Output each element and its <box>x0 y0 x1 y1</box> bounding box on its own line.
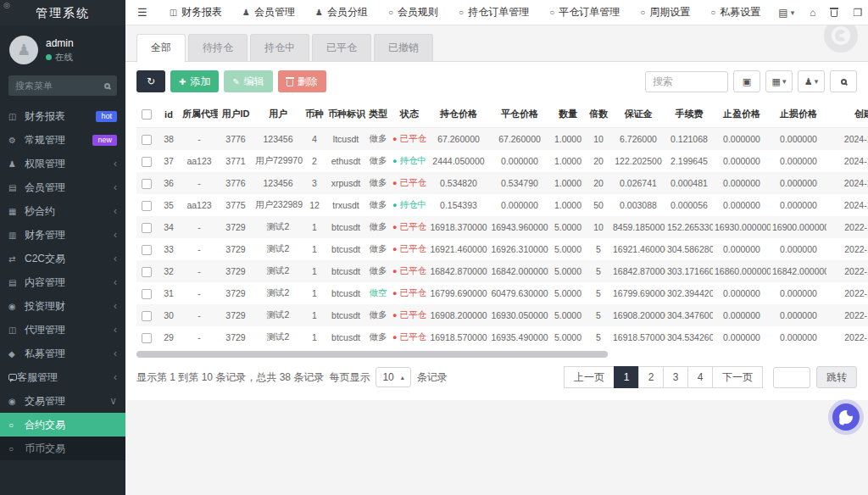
refresh-button[interactable]: ↻ <box>136 70 165 92</box>
row-checkbox[interactable] <box>142 267 152 277</box>
sidebar-item-代理管理[interactable]: ◫代理管理‹ <box>0 318 125 342</box>
topbar-tool-home-icon[interactable]: ⌂ <box>802 0 823 25</box>
nav-item-持仓订单管理[interactable]: ○持仓订单管理 <box>448 0 539 25</box>
cell-用户ID: 3776 <box>218 172 253 194</box>
row-checkbox[interactable] <box>142 201 152 211</box>
row-checkbox[interactable] <box>142 157 152 167</box>
cell-创建时间: 2024-10-07 02 <box>826 128 868 151</box>
tab-已平仓[interactable]: 已平仓 <box>312 34 371 61</box>
table-row[interactable]: 31-3729测试21btcusdt做空●已平仓16799.6900006047… <box>136 282 868 304</box>
page-button-3[interactable]: 3 <box>663 366 688 388</box>
add-button[interactable]: ✚ 添加 <box>170 70 219 92</box>
jump-page-input[interactable] <box>773 367 810 388</box>
sidebar-item-财务报表[interactable]: ◫财务报表hot <box>0 104 125 128</box>
cell-止损价格: 0.000000 <box>771 194 826 216</box>
cell-用户: 测试2 <box>253 260 303 282</box>
cell-止盈价格: 0.000000 <box>713 238 771 260</box>
delete-button[interactable]: 删除 <box>278 70 326 92</box>
plus-icon: ✚ <box>179 77 186 86</box>
page-button-2[interactable]: 2 <box>638 366 664 388</box>
edit-button[interactable]: ✎ 编辑 <box>224 70 272 92</box>
pagination-toggle-button[interactable]: ▣ <box>733 70 760 92</box>
nav-item-私募设置[interactable]: ○私募设置 <box>700 0 771 25</box>
table-row[interactable]: 29-3729测试21btcusdt做多●已平仓16918.5700001693… <box>136 326 868 348</box>
col-header-数量: 数量 <box>550 101 586 128</box>
table-row[interactable]: 38-37761234564ltcusdt做多●已平仓67.26000067.2… <box>136 128 868 151</box>
columns-button[interactable]: ▦▾ <box>765 70 793 92</box>
hamburger-menu-icon[interactable]: ☰ <box>125 6 159 19</box>
nav-item-周期设置[interactable]: ○周期设置 <box>630 0 700 25</box>
nav-item-label: 持仓订单管理 <box>468 5 529 19</box>
row-select-cell <box>136 326 157 348</box>
row-checkbox[interactable] <box>142 135 152 145</box>
table-row[interactable]: 34-3729测试21btcusdt做多●已平仓16918.3700001694… <box>136 216 868 238</box>
jump-button[interactable]: 跳转 <box>816 366 857 388</box>
topbar-tool-copy-icon[interactable]: ❐ <box>845 0 868 25</box>
status-badge: ●已平仓 <box>392 221 426 231</box>
nav-item-财务报表[interactable]: ◫财务报表 <box>159 0 232 25</box>
status-label: 已平仓 <box>399 221 426 231</box>
table-row[interactable]: 37aa1233771用户72997032ethusdt做多●持仓中2444.0… <box>136 150 868 172</box>
cell-手续费: 303.171660 <box>665 260 713 282</box>
next-page-button[interactable]: 下一页 <box>712 366 763 388</box>
table-search-input[interactable] <box>645 71 728 92</box>
sidebar-item-投资理财[interactable]: ◉投资理财‹ <box>0 294 125 318</box>
cell-手续费: 2.199645 <box>665 150 713 172</box>
nav-item-会员分组[interactable]: ♟会员分组 <box>305 0 378 25</box>
search-icon[interactable] <box>104 83 110 89</box>
row-checkbox[interactable] <box>142 245 152 255</box>
sidebar-item-财务管理[interactable]: ▥财务管理‹ <box>0 223 125 247</box>
status-label: 已平仓 <box>399 133 426 143</box>
col-header-持仓价格: 持仓价格 <box>428 101 489 128</box>
page-size-select[interactable]: 10 ▴ <box>376 367 410 387</box>
exchange-icon: ⇄ <box>8 254 25 264</box>
sidebar-item-权限管理[interactable]: ♟权限管理‹ <box>0 152 125 175</box>
cell-创建时间: 2024-10-07 01 <box>826 172 868 194</box>
sidebar-item-客服管理[interactable]: 客服管理‹ <box>0 365 125 389</box>
sidebar-subitem-合约交易[interactable]: ○合约交易 <box>0 413 125 437</box>
page-button-4[interactable]: 4 <box>687 366 713 388</box>
tab-持仓中[interactable]: 持仓中 <box>250 34 309 61</box>
topbar-tool-list-icon[interactable]: ▤▾ <box>771 0 802 25</box>
table-row[interactable]: 30-3729测试21btcusdt做多●已平仓16908.2000001693… <box>136 304 868 326</box>
search-button[interactable] <box>830 70 857 92</box>
nav-item-会员规则[interactable]: ○会员规则 <box>378 0 448 25</box>
row-checkbox[interactable] <box>142 289 152 299</box>
page-button-1[interactable]: 1 <box>614 366 639 388</box>
nav-item-平仓订单管理[interactable]: ○平仓订单管理 <box>539 0 630 25</box>
table-row[interactable]: 36-37761234563xrpusdt做多●已平仓0.5348200.534… <box>136 172 868 194</box>
cell-止损价格: 0.000000 <box>771 172 826 194</box>
topbar-tool-trash-icon[interactable] <box>823 0 845 25</box>
sidebar-subitem-币币交易[interactable]: ○币币交易 <box>0 437 125 460</box>
sidebar-item-私募管理[interactable]: ◆私募管理‹ <box>0 342 125 365</box>
nav-item-会员管理[interactable]: ♟会员管理 <box>232 0 305 25</box>
row-checkbox[interactable] <box>142 333 152 343</box>
tab-已撤销[interactable]: 已撤销 <box>374 34 433 61</box>
sidebar-item-秒合约[interactable]: ▦秒合约‹ <box>0 199 125 223</box>
table-row[interactable]: 33-3729测试21btcusdt做多●已平仓16921.4600001692… <box>136 238 868 260</box>
row-checkbox[interactable] <box>142 223 152 233</box>
sidebar-item-内容管理[interactable]: ▤内容管理‹ <box>0 270 125 294</box>
table-row[interactable]: 35aa1233775用户232989312trxusdt做多●持仓中0.154… <box>136 194 868 216</box>
cell-所属代理: aa123 <box>181 150 218 172</box>
sidebar-item-常规管理[interactable]: ⚙常规管理new <box>0 128 125 152</box>
sidebar-item-C2C交易[interactable]: ⇄C2C交易‹ <box>0 247 125 270</box>
tab-待持仓[interactable]: 待持仓 <box>188 34 248 61</box>
sidebar-search-input[interactable] <box>15 81 104 91</box>
tab-全部[interactable]: 全部 <box>136 34 186 62</box>
row-checkbox[interactable] <box>142 179 152 189</box>
sidebar-item-会员管理[interactable]: ▤会员管理‹ <box>0 175 125 199</box>
cell-id: 31 <box>157 282 181 304</box>
cell-持仓价格: 0.534820 <box>428 172 489 194</box>
sidebar-item-交易管理[interactable]: ◉交易管理∨ <box>0 389 125 413</box>
chat-fab-button[interactable] <box>832 403 860 431</box>
status-badge: ●已平仓 <box>392 331 426 342</box>
prev-page-button[interactable]: 上一页 <box>564 366 615 388</box>
scrollbar-thumb[interactable] <box>136 351 608 358</box>
table-row[interactable]: 32-3729测试21btcusdt做多●已平仓16842.8700001684… <box>136 260 868 282</box>
row-checkbox[interactable] <box>142 311 152 321</box>
cell-所属代理: - <box>181 216 218 238</box>
select-all-checkbox[interactable] <box>142 109 152 120</box>
export-button[interactable]: ♟▾ <box>798 70 825 92</box>
status-dot-icon: ● <box>392 201 397 209</box>
